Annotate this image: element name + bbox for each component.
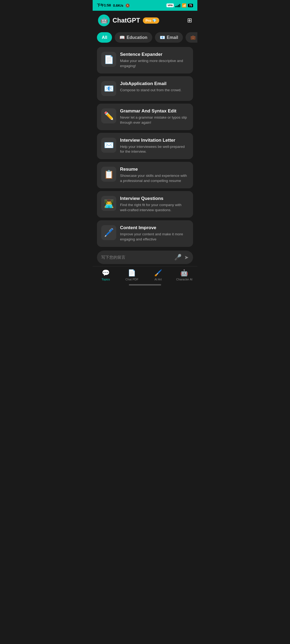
interview-questions-title: Interview Questions [120, 196, 189, 201]
status-bar: 下午1:58 0.6K/s 🔕 VPN 📶 75 [93, 0, 197, 11]
sentence-expander-title: Sentence Expander [120, 52, 189, 57]
education-icon: 📖 [119, 35, 125, 40]
home-indicator-bar [129, 284, 161, 286]
tab-all[interactable]: All [97, 32, 112, 43]
resume-desc: Showcase your skills and experience with… [120, 173, 189, 184]
tool-card-resume[interactable]: 📋 Resume Showcase your skills and experi… [97, 162, 193, 188]
vpn-badge: VPN [166, 3, 174, 7]
speed-display: 0.6K/s [113, 3, 123, 8]
career-icon: 💼 [190, 35, 196, 40]
interview-invitation-icon: ✉️ [101, 138, 116, 153]
content-improve-icon: 🖊️ [101, 225, 116, 240]
pro-badge-label: Pro 💎 [146, 19, 157, 23]
topics-label: Topics [102, 278, 110, 281]
tool-card-interview-questions[interactable]: 👨‍💻 Interview Questions Find the right f… [97, 191, 193, 218]
time-display: 下午1:58 [97, 3, 111, 8]
sentence-expander-text: Sentence Expander Make your writing more… [120, 52, 189, 69]
content-improve-text: Content Improve Improve your content and… [120, 225, 189, 242]
sentence-expander-icon: 📄 [101, 52, 116, 67]
nav-chat-pdf[interactable]: 📄 Chat PDF [122, 269, 141, 281]
tab-all-label: All [102, 35, 107, 40]
home-indicator [93, 283, 197, 287]
app-logo: 🤖 [98, 14, 110, 26]
resume-icon: 📋 [101, 167, 116, 182]
tab-career[interactable]: 💼 Career [186, 32, 197, 43]
send-button[interactable]: ➤ [184, 254, 189, 261]
ai-art-label: AI Art [154, 278, 162, 281]
content-improve-title: Content Improve [120, 225, 189, 230]
tab-education[interactable]: 📖 Education [115, 32, 152, 43]
mic-button[interactable]: 🎤 [174, 254, 182, 261]
tool-card-interview-invitation[interactable]: ✉️ Interview Invitation Letter Help your… [97, 133, 193, 159]
category-tabs: All 📖 Education 📧 Email 💼 Career [93, 30, 197, 47]
resume-title: Resume [120, 167, 189, 172]
nav-ai-art[interactable]: 🖌️ AI Art [149, 269, 168, 281]
tool-card-sentence-expander[interactable]: 📄 Sentence Expander Make your writing mo… [97, 47, 193, 74]
wifi-icon: 📶 [182, 3, 186, 8]
nav-character-ai[interactable]: 🤖 Character Al [175, 269, 194, 281]
resume-text: Resume Showcase your skills and experien… [120, 167, 189, 184]
ai-art-icon: 🖌️ [154, 269, 162, 277]
pro-badge[interactable]: Pro 💎 [143, 17, 159, 24]
app-title: ChatGPT [113, 17, 140, 24]
grammar-desc: Never let a grammar mistake or typos sli… [120, 115, 189, 125]
bottom-nav: 💬 Topics 📄 Chat PDF 🖌️ AI Art 🤖 Characte… [93, 266, 197, 283]
grammar-text: Grammar And Syntax Edit Never let a gram… [120, 108, 189, 125]
tool-card-job-application[interactable]: 📧 JobApplication Email Compose to stand … [97, 76, 193, 101]
nav-topics[interactable]: 💬 Topics [96, 269, 115, 281]
tools-list: 📄 Sentence Expander Make your writing mo… [93, 47, 197, 247]
grammar-icon: ✏️ [101, 108, 116, 123]
chat-pdf-label: Chat PDF [125, 278, 138, 281]
robot-icon: 🤖 [100, 17, 108, 24]
job-application-desc: Compose to stand out from the crowd. [120, 88, 182, 93]
job-application-text: JobApplication Email Compose to stand ou… [120, 81, 182, 93]
email-icon: 📧 [160, 35, 165, 40]
interview-invitation-text: Interview Invitation Letter Help your in… [120, 138, 189, 155]
interview-questions-text: Interview Questions Find the right fit f… [120, 196, 189, 213]
character-ai-icon: 🤖 [180, 269, 188, 277]
status-right: VPN 📶 75 [166, 3, 193, 8]
interview-questions-desc: Find the right fit for your company with… [120, 203, 189, 213]
chat-pdf-icon: 📄 [128, 269, 136, 277]
grammar-title: Grammar And Syntax Edit [120, 108, 189, 114]
sentence-expander-desc: Make your writing more descriptive and e… [120, 58, 189, 69]
interview-questions-icon: 👨‍💻 [101, 196, 116, 211]
header-left: 🤖 ChatGPT Pro 💎 [98, 14, 159, 26]
message-input[interactable] [101, 255, 172, 259]
status-left: 下午1:58 0.6K/s 🔕 [97, 3, 130, 8]
message-input-bar: 🎤 ➤ [97, 251, 193, 264]
content-improve-desc: Improve your content and make it more en… [120, 232, 189, 242]
job-application-title: JobApplication Email [120, 81, 182, 86]
tab-email[interactable]: 📧 Email [155, 32, 183, 43]
tool-card-content-improve[interactable]: 🖊️ Content Improve Improve your content … [97, 220, 193, 247]
interview-invitation-desc: Help your interviewees be well-prepared … [120, 144, 189, 155]
job-application-icon: 📧 [101, 81, 116, 96]
app-header: 🤖 ChatGPT Pro 💎 ⊞ [93, 11, 197, 30]
tool-card-grammar[interactable]: ✏️ Grammar And Syntax Edit Never let a g… [97, 104, 193, 130]
mute-icon: 🔕 [125, 3, 130, 8]
tab-education-label: Education [126, 35, 147, 40]
tab-email-label: Email [167, 35, 178, 40]
signal-bars [175, 3, 180, 7]
interview-invitation-title: Interview Invitation Letter [120, 138, 189, 143]
grid-menu-button[interactable]: ⊞ [187, 17, 192, 24]
topics-icon: 💬 [102, 269, 110, 277]
battery-indicator: 75 [188, 4, 193, 7]
character-ai-label: Character Al [176, 278, 193, 281]
